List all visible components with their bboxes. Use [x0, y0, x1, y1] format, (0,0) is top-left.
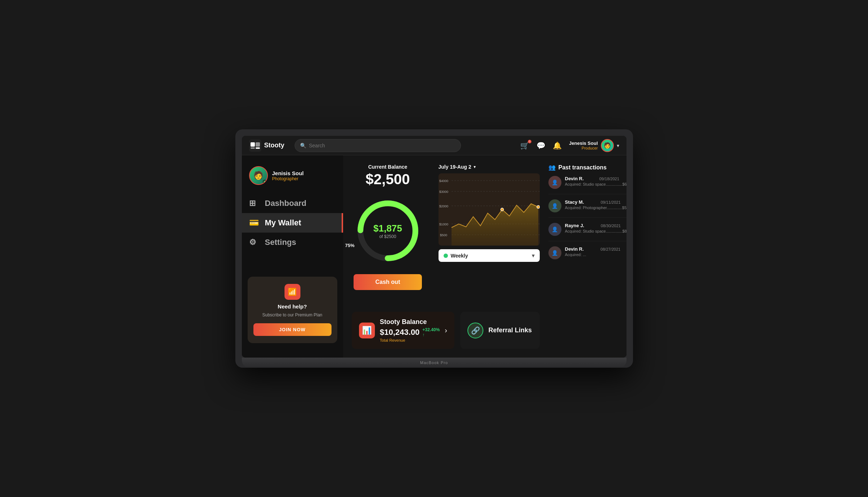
dashboard-icon: ⊞: [249, 199, 259, 208]
chart-section: July 19-Aug 2 ▾: [439, 164, 540, 262]
chart-weekly-selector[interactable]: Weekly ▾: [439, 249, 540, 262]
online-indicator: [263, 180, 266, 183]
nav-icons: 🛒0 💬 🔔 Jenesis Soul Producer 🧑 ▾: [520, 139, 619, 152]
referral-card[interactable]: 🔗 Referral Links: [460, 312, 540, 349]
donut-chart: $1,875 of $2500 75%: [352, 195, 424, 267]
tx-date-1: 09/11/2021: [600, 200, 620, 204]
balance-label: Current Balance: [368, 164, 407, 170]
chart-period-label: July 19-Aug 2: [439, 164, 471, 170]
tx-name-3: Devin R.: [565, 246, 584, 252]
profile-name: Jenisis Soul: [272, 170, 304, 176]
chart-canvas: $4000 $3000 $2000 $1000 $500: [439, 173, 540, 246]
transactions-title: 👥 Past transactions: [548, 164, 627, 171]
user-area[interactable]: Jenesis Soul Producer 🧑 ▾: [569, 139, 619, 152]
tx-date-3: 08/27/2021: [600, 247, 620, 251]
search-icon: 🔍: [300, 143, 306, 148]
chart-dot: [444, 254, 448, 258]
chart-period-selector[interactable]: July 19-Aug 2 ▾: [439, 164, 540, 170]
stooty-change: +32.40% ↑: [423, 327, 440, 337]
logo-icon: [249, 139, 261, 152]
topnav: Stooty 🔍 🛒0 💬 🔔 Jenesis Soul Producer 🧑: [242, 136, 627, 155]
user-avatar: 🧑: [601, 139, 614, 152]
svg-text:$3000: $3000: [439, 190, 448, 194]
main-layout: 🧑 Jenisis Soul Photographer ⊞ Dashboard …: [242, 155, 627, 358]
sidebar-item-label: Dashboard: [265, 199, 307, 208]
svg-rect-2: [256, 142, 260, 147]
laptop-base-label: MacBook Pro: [420, 360, 448, 365]
balance-section: Current Balance $2,500: [352, 164, 540, 290]
stooty-arrow-icon: ›: [445, 326, 447, 334]
stooty-amount: $10,243.00: [380, 328, 420, 337]
transaction-item: 👤 Devin R. 08/27/2021 Settled ✅: [548, 246, 627, 264]
transactions-section: 👥 Past transactions 👤 Devin R. 09/18/202…: [548, 164, 627, 264]
svg-rect-4: [256, 147, 260, 149]
search-bar[interactable]: 🔍: [295, 139, 461, 152]
sidebar-item-label: My Wallet: [265, 218, 302, 228]
chart-weekly-chevron-icon: ▾: [532, 252, 535, 259]
transaction-item: 👤 Stacy M. 09/11/2021 Settled ✅: [548, 199, 627, 218]
svg-point-18: [537, 206, 540, 208]
transaction-item: 👤 Rayne J. 08/30/2021 Settled ✅: [548, 223, 627, 241]
sidebar-item-label: Settings: [265, 238, 296, 247]
tx-desc-3: Acquired: ...: [565, 252, 627, 257]
tx-date-0: 09/18/2021: [599, 177, 619, 181]
chevron-down-icon: ▾: [617, 143, 619, 148]
content-cols: Current Balance $2,500: [352, 164, 618, 349]
transactions-icon: 👥: [548, 164, 556, 171]
tx-desc-1: Acquired: Photographer..............$500…: [565, 206, 627, 210]
donut-value: $1,875: [373, 223, 402, 234]
cart-button[interactable]: 🛒0: [520, 141, 529, 150]
messages-button[interactable]: 💬: [536, 141, 546, 150]
svg-text:$2000: $2000: [439, 204, 448, 208]
balance-left: Current Balance $2,500: [352, 164, 424, 290]
sidebar: 🧑 Jenisis Soul Photographer ⊞ Dashboard …: [242, 155, 343, 358]
stooty-amount-row: $10,243.00 +32.40% ↑: [380, 327, 440, 337]
transaction-item: 👤 Devin R. 09/18/2021 Pending 🔴: [548, 176, 627, 194]
help-title: Need help?: [253, 303, 332, 310]
svg-text:$500: $500: [440, 233, 447, 237]
settings-icon: ⚙: [249, 238, 259, 247]
bottom-cards: 📊 Stooty Balance $10,243.00 +32.40% ↑: [352, 312, 540, 349]
svg-rect-1: [251, 142, 255, 147]
nav-items: ⊞ Dashboard 💳 My Wallet ⚙ Settings: [242, 194, 343, 269]
tx-date-2: 08/30/2021: [601, 224, 621, 228]
tx-info-1: Stacy M. 09/11/2021 Settled ✅ Acquired: …: [565, 199, 627, 210]
profile-avatar: 🧑: [249, 166, 268, 185]
profile-role: Photographer: [272, 176, 304, 181]
tx-name-0: Devin R.: [565, 176, 584, 181]
sidebar-item-dashboard[interactable]: ⊞ Dashboard: [242, 194, 343, 213]
tx-info-2: Rayne J. 08/30/2021 Settled ✅ Acquired: …: [565, 223, 627, 233]
user-name: Jenesis Soul: [569, 141, 598, 146]
help-icon: 📶: [285, 284, 300, 300]
sidebar-item-wallet[interactable]: 💳 My Wallet: [242, 213, 343, 233]
logo-area: Stooty: [249, 139, 289, 152]
sidebar-item-settings[interactable]: ⚙ Settings: [242, 233, 343, 252]
referral-icon: 🔗: [467, 323, 483, 338]
stooty-balance-icon: 📊: [359, 323, 375, 338]
stooty-balance-card[interactable]: 📊 Stooty Balance $10,243.00 +32.40% ↑: [352, 312, 455, 349]
svg-point-17: [501, 208, 504, 211]
notifications-button[interactable]: 🔔: [553, 141, 562, 150]
tx-desc-0: Acquired: Studio space...............$65…: [565, 182, 627, 186]
donut-pct: 75%: [345, 243, 355, 248]
join-now-button[interactable]: JOIN NOW: [253, 323, 332, 336]
tx-info-3: Devin R. 08/27/2021 Settled ✅ Acquired: …: [565, 246, 627, 257]
cashout-button[interactable]: Cash out: [354, 274, 422, 290]
chart-weekly-label: Weekly: [451, 253, 529, 259]
tx-avatar-2: 👤: [548, 223, 561, 236]
tx-avatar-3: 👤: [548, 246, 561, 259]
laptop-base: MacBook Pro: [242, 358, 627, 368]
referral-title: Referral Links: [488, 327, 532, 334]
tx-top-0: Devin R. 09/18/2021 Pending 🔴: [565, 176, 627, 181]
user-role: Producer: [569, 146, 598, 150]
tx-top-3: Devin R. 08/27/2021 Settled ✅: [565, 246, 627, 252]
help-desc: Subscribe to our Premium Plan: [253, 312, 332, 318]
donut-sub: of $2500: [373, 234, 402, 239]
tx-name-1: Stacy M.: [565, 199, 584, 205]
left-col: Current Balance $2,500: [352, 164, 540, 349]
chart-period-chevron-icon: ▾: [474, 164, 476, 169]
balance-amount: $2,500: [365, 171, 410, 187]
search-input[interactable]: [309, 143, 456, 148]
help-card: 📶 Need help? Subscribe to our Premium Pl…: [248, 277, 337, 343]
profile-section: 🧑 Jenisis Soul Photographer: [242, 163, 343, 194]
